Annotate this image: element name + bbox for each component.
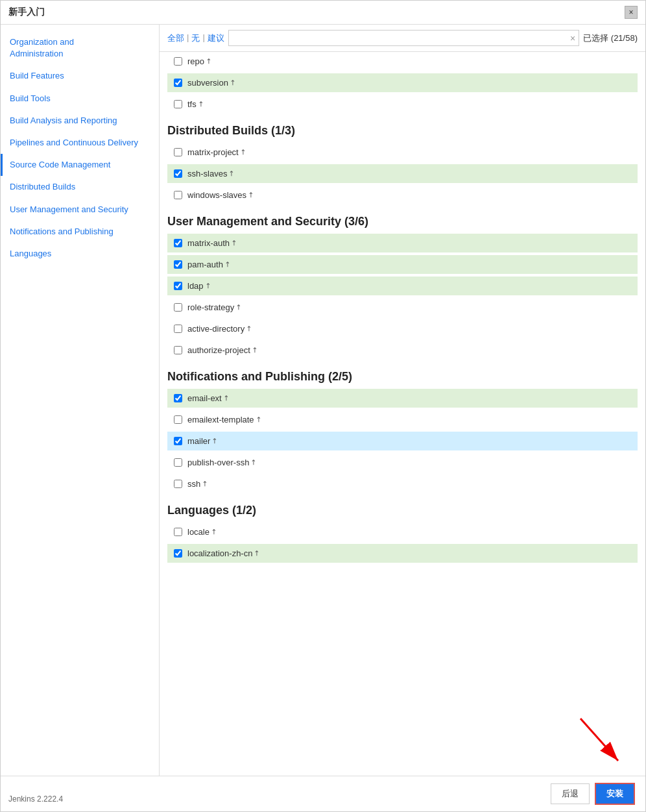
close-button[interactable]: × — [625, 6, 638, 19]
filter-suggest[interactable]: 建议 — [208, 32, 224, 44]
main-content: 全部 | 无 | 建议 × 已选择 (21/58) r — [160, 25, 645, 776]
filter-input-wrap: × — [228, 30, 579, 46]
list-item: repo ↗ — [167, 52, 638, 71]
checkbox-windows-slaves[interactable] — [174, 191, 182, 199]
checkbox-matrix-auth[interactable] — [174, 239, 182, 247]
filter-none[interactable]: 无 — [191, 32, 200, 44]
link-icon-publish-over-ssh: ↗ — [248, 458, 259, 468]
link-icon-matrix-project: ↗ — [237, 147, 248, 158]
dialog-body: Organization andAdministration Build Fea… — [1, 25, 645, 776]
list-item: role-strategy ↗ — [167, 298, 638, 317]
section-title-languages: Languages (1/2) — [167, 504, 638, 517]
list-item: mailer ↗ — [167, 432, 638, 450]
section-distributed-builds: Distributed Builds (1/3) matrix-project … — [167, 124, 638, 204]
checkbox-pam-auth[interactable] — [174, 260, 182, 269]
list-item: ssh ↗ — [167, 474, 638, 493]
link-icon-subversion: ↗ — [228, 78, 238, 88]
link-icon-active-directory: ↗ — [244, 324, 254, 334]
list-item: email-ext ↗ — [167, 389, 638, 408]
checkbox-repo[interactable] — [174, 57, 182, 66]
plugin-label-matrix-auth: matrix-auth — [187, 238, 230, 248]
plugin-list-scroll[interactable]: repo ↗ subversion ↗ tfs ↗ — [160, 52, 645, 776]
section-languages: Languages (1/2) locale ↗ localization-zh… — [167, 504, 638, 563]
sidebar: Organization andAdministration Build Fea… — [1, 25, 160, 776]
filter-links: 全部 | 无 | 建议 — [167, 32, 224, 44]
link-icon-ldap: ↗ — [202, 281, 213, 291]
list-item: ldap ↗ — [167, 277, 638, 295]
section-title-distributed-builds: Distributed Builds (1/3) — [167, 124, 638, 138]
link-icon-repo: ↗ — [204, 56, 214, 67]
link-icon-matrix-auth: ↗ — [229, 238, 239, 249]
list-item: windows-slaves ↗ — [167, 186, 638, 204]
sidebar-item-build-features[interactable]: Build Features — [1, 65, 159, 87]
link-icon-emailext-template: ↗ — [253, 415, 263, 425]
sidebar-item-notifications[interactable]: Notifications and Publishing — [1, 221, 159, 243]
plugin-label-role-strategy: role-strategy — [187, 302, 234, 312]
checkbox-localization-zh-cn[interactable] — [174, 549, 182, 558]
dialog-titlebar: 新手入门 × — [1, 1, 645, 25]
link-icon-authorize-project: ↗ — [250, 345, 260, 356]
plugin-label-tfs: tfs — [187, 99, 197, 109]
link-icon-pam-auth: ↗ — [222, 260, 233, 270]
plugin-label-ssh-slaves: ssh-slaves — [187, 169, 227, 178]
sidebar-item-languages[interactable]: Languages — [1, 243, 159, 265]
section-title-notifications: Notifications and Publishing (2/5) — [167, 370, 638, 384]
install-button[interactable]: 安装 — [595, 783, 635, 805]
selected-count: 已选择 (21/58) — [583, 32, 638, 44]
list-item: active-directory ↗ — [167, 319, 638, 338]
plugin-label-active-directory: active-directory — [187, 324, 245, 334]
link-icon-localization-zh-cn: ↗ — [252, 548, 262, 559]
plugin-label-repo: repo — [187, 56, 204, 66]
plugin-label-publish-over-ssh: publish-over-ssh — [187, 458, 249, 467]
section-notifications: Notifications and Publishing (2/5) email… — [167, 370, 638, 493]
plugin-label-mailer: mailer — [187, 436, 210, 446]
checkbox-role-strategy[interactable] — [174, 303, 182, 312]
list-item: ssh-slaves ↗ — [167, 164, 638, 183]
list-item: matrix-project ↗ — [167, 143, 638, 162]
plugin-label-locale: locale — [187, 527, 209, 537]
search-input[interactable] — [228, 30, 579, 46]
link-icon-role-strategy: ↗ — [233, 302, 244, 313]
list-item: publish-over-ssh ↗ — [167, 453, 638, 472]
checkbox-matrix-project[interactable] — [174, 148, 182, 156]
checkbox-email-ext[interactable] — [174, 394, 182, 402]
checkbox-subversion[interactable] — [174, 79, 182, 87]
list-item: tfs ↗ — [167, 95, 638, 114]
main-dialog: 新手入门 × Organization andAdministration Bu… — [0, 0, 646, 812]
checkbox-ssh-slaves[interactable] — [174, 169, 182, 178]
checkbox-authorize-project[interactable] — [174, 346, 182, 354]
checkbox-locale[interactable] — [174, 528, 182, 536]
dialog-title: 新手入门 — [8, 6, 45, 18]
checkbox-mailer[interactable] — [174, 437, 182, 445]
sidebar-item-pipelines[interactable]: Pipelines and Continuous Delivery — [1, 132, 159, 154]
section-user-management: User Management and Security (3/6) matri… — [167, 215, 638, 360]
checkbox-ldap[interactable] — [174, 282, 182, 290]
sidebar-item-distributed-builds[interactable]: Distributed Builds — [1, 176, 159, 198]
sidebar-item-org-admin[interactable]: Organization andAdministration — [1, 31, 159, 65]
checkbox-emailext-template[interactable] — [174, 415, 182, 424]
checkbox-publish-over-ssh[interactable] — [174, 458, 182, 467]
sidebar-item-build-analysis[interactable]: Build Analysis and Reporting — [1, 110, 159, 132]
sidebar-item-build-tools[interactable]: Build Tools — [1, 88, 159, 110]
filter-sep2: | — [202, 32, 204, 44]
section-title-user-management: User Management and Security (3/6) — [167, 215, 638, 228]
checkbox-ssh[interactable] — [174, 480, 182, 488]
clear-search-icon[interactable]: × — [570, 33, 575, 43]
jenkins-version: Jenkins 2.222.4 — [8, 794, 63, 804]
plugin-label-pam-auth: pam-auth — [187, 260, 223, 269]
plugin-label-emailext-template: emailext-template — [187, 415, 254, 424]
link-icon-ssh-slaves: ↗ — [226, 169, 237, 179]
list-item: emailext-template ↗ — [167, 410, 638, 429]
filter-bar: 全部 | 无 | 建议 × 已选择 (21/58) — [160, 25, 645, 52]
link-icon-tfs: ↗ — [195, 99, 206, 110]
checkbox-active-directory[interactable] — [174, 325, 182, 333]
sidebar-item-source-code[interactable]: Source Code Management — [1, 154, 159, 176]
filter-all[interactable]: 全部 — [167, 32, 184, 44]
sidebar-item-user-management[interactable]: User Management and Security — [1, 199, 159, 221]
link-icon-mailer: ↗ — [209, 436, 220, 447]
checkbox-tfs[interactable] — [174, 100, 182, 108]
list-item: localization-zh-cn ↗ — [167, 544, 638, 563]
back-button[interactable]: 后退 — [551, 783, 590, 804]
list-item: subversion ↗ — [167, 73, 638, 92]
list-item: locale ↗ — [167, 523, 638, 541]
